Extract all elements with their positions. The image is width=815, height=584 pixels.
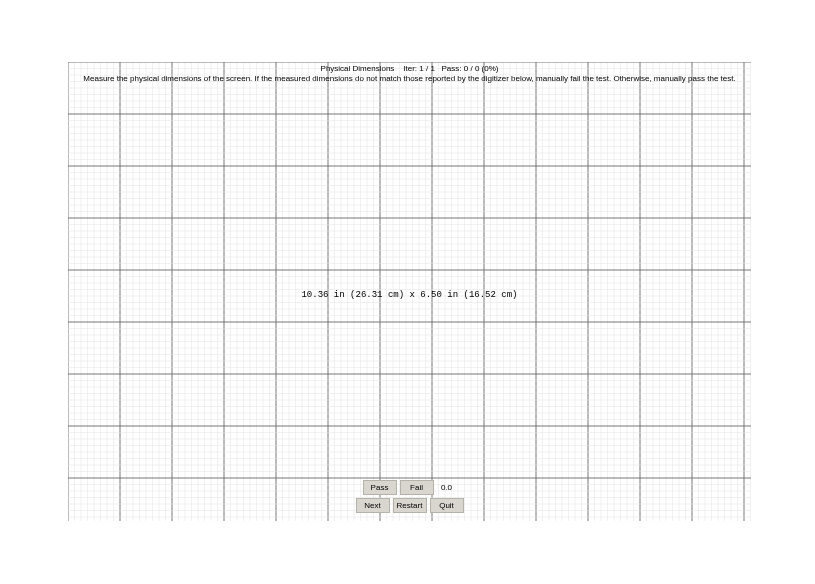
next-button[interactable]: Next [356,498,390,513]
pass-value: 0 / 0 (0%) [464,64,499,73]
pass-button[interactable]: Pass [363,480,397,495]
test-frame: Physical Dimensions Iter: 1 / 1 Pass: 0 … [68,62,751,521]
pass-label: Pass: [442,64,462,73]
test-title: Physical Dimensions [321,64,395,73]
control-row-2: Next Restart Quit [356,498,464,513]
instruction-text: Measure the physical dimensions of the s… [68,74,751,83]
reported-dimensions: 10.36 in (26.31 cm) x 6.50 in (16.52 cm) [68,290,751,300]
quit-button[interactable]: Quit [430,498,464,513]
header-line: Physical Dimensions Iter: 1 / 1 Pass: 0 … [68,64,751,73]
fail-button[interactable]: Fail [400,480,434,495]
iter-value: 1 / 1 [419,64,435,73]
control-panel: Pass Fail 0.0 Next Restart Quit [356,480,464,513]
value-display: 0.0 [437,483,457,492]
iter-label: Iter: [403,64,417,73]
control-row-1: Pass Fail 0.0 [363,480,457,495]
restart-button[interactable]: Restart [393,498,427,513]
